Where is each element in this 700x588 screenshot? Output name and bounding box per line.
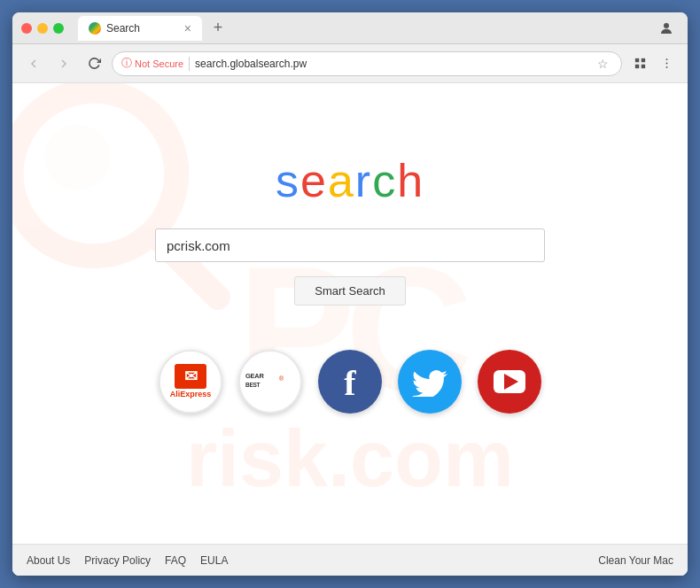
new-tab-button[interactable]: + bbox=[206, 16, 230, 41]
svg-text:BEST: BEST bbox=[245, 382, 261, 388]
account-icon[interactable] bbox=[654, 16, 679, 41]
footer-links: About Us Privacy Policy FAQ EULA bbox=[27, 554, 228, 567]
clean-your-mac-link[interactable]: Clean Your Mac bbox=[598, 554, 673, 567]
aliexpress-label: AliExpress bbox=[170, 391, 212, 399]
gearbest-svg: GEAR BEST ® bbox=[244, 364, 297, 399]
social-icons: ✉ AliExpress GEAR BEST ® bbox=[159, 350, 541, 414]
tab-title: Search bbox=[106, 22, 179, 35]
logo-s: s bbox=[276, 155, 300, 206]
tab-close-button[interactable]: × bbox=[184, 22, 191, 35]
svg-point-6 bbox=[665, 63, 667, 65]
logo-r: r bbox=[355, 155, 372, 206]
bookmark-icon[interactable]: ☆ bbox=[593, 54, 612, 74]
back-button[interactable] bbox=[21, 51, 46, 76]
page-footer: About Us Privacy Policy FAQ EULA Clean Y… bbox=[12, 544, 688, 576]
close-button[interactable] bbox=[21, 23, 32, 34]
main-content: search Smart Search ✉ AliExpress bbox=[12, 83, 688, 544]
tab-favicon bbox=[89, 22, 101, 35]
browser-window: Search × + bbox=[12, 12, 688, 576]
svg-rect-1 bbox=[634, 58, 638, 62]
lock-icon: ⓘ bbox=[121, 56, 132, 71]
svg-text:GEAR: GEAR bbox=[245, 372, 265, 380]
facebook-logo: f bbox=[344, 366, 355, 401]
youtube-triangle bbox=[504, 374, 518, 390]
svg-point-0 bbox=[664, 23, 669, 28]
menu-button[interactable] bbox=[654, 51, 679, 76]
aliexpress-logo-symbol: ✉ bbox=[184, 367, 198, 386]
logo-a: a bbox=[328, 155, 355, 206]
search-button-wrapper: Smart Search bbox=[294, 276, 405, 306]
minimize-button[interactable] bbox=[37, 23, 48, 34]
youtube-icon[interactable] bbox=[478, 350, 541, 414]
svg-point-7 bbox=[665, 66, 667, 68]
window-controls bbox=[21, 23, 64, 34]
svg-rect-3 bbox=[634, 65, 638, 68]
twitter-bird-icon bbox=[412, 367, 447, 397]
svg-rect-4 bbox=[641, 65, 644, 68]
reload-button[interactable] bbox=[82, 51, 106, 76]
logo-c: c bbox=[372, 155, 397, 206]
about-us-link[interactable]: About Us bbox=[27, 554, 70, 567]
twitter-icon[interactable] bbox=[398, 350, 462, 414]
youtube-play-button bbox=[494, 370, 525, 393]
smart-search-button[interactable]: Smart Search bbox=[294, 276, 405, 306]
page-content: PC risk.com search Smart Search bbox=[12, 83, 688, 576]
logo-e: e bbox=[300, 155, 328, 206]
tab-area: Search × + bbox=[78, 16, 647, 41]
eula-link[interactable]: EULA bbox=[200, 554, 228, 567]
url-bar[interactable]: ⓘ Not Secure search.globalsearch.pw ☆ bbox=[112, 51, 622, 76]
url-text[interactable]: search.globalsearch.pw bbox=[195, 58, 587, 70]
url-separator bbox=[189, 57, 190, 71]
facebook-icon[interactable]: f bbox=[318, 350, 382, 414]
aliexpress-icon[interactable]: ✉ AliExpress bbox=[159, 350, 222, 414]
title-bar: Search × + bbox=[12, 12, 688, 44]
security-label: Not Secure bbox=[135, 58, 183, 69]
gearbest-icon[interactable]: GEAR BEST ® bbox=[238, 350, 302, 414]
svg-text:®: ® bbox=[279, 375, 284, 382]
window-actions bbox=[654, 16, 679, 41]
search-logo: search bbox=[276, 154, 424, 207]
search-box-wrapper bbox=[155, 228, 545, 262]
security-indicator: ⓘ Not Secure bbox=[121, 56, 183, 71]
address-bar: ⓘ Not Secure search.globalsearch.pw ☆ bbox=[12, 44, 688, 83]
active-tab[interactable]: Search × bbox=[78, 16, 202, 41]
extensions-button[interactable] bbox=[627, 51, 652, 76]
svg-point-5 bbox=[665, 58, 667, 60]
privacy-policy-link[interactable]: Privacy Policy bbox=[84, 554, 151, 567]
search-input[interactable] bbox=[155, 228, 545, 262]
maximize-button[interactable] bbox=[53, 23, 64, 34]
svg-rect-2 bbox=[641, 58, 644, 62]
toolbar-actions bbox=[627, 51, 679, 76]
forward-button[interactable] bbox=[51, 51, 76, 76]
logo-h: h bbox=[397, 155, 424, 206]
faq-link[interactable]: FAQ bbox=[165, 554, 186, 567]
